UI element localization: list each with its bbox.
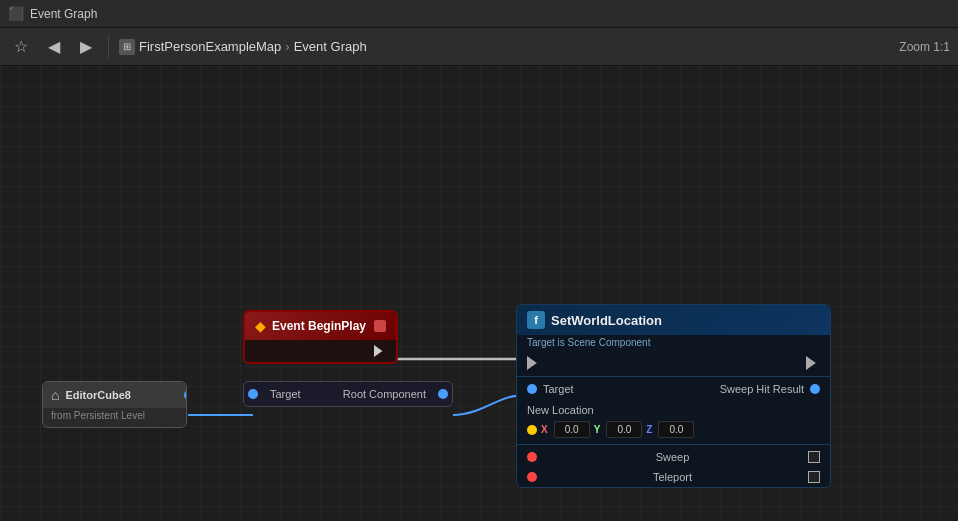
forward-button[interactable]: ▶	[74, 33, 98, 60]
event-graph-icon: ⬛	[8, 6, 24, 21]
target-left-label: Target	[270, 388, 301, 400]
swl-sweep-label: Sweep	[656, 451, 690, 463]
editorcube-output-pin[interactable]	[184, 390, 187, 400]
beginplay-indicator	[374, 320, 386, 332]
beginplay-title: Event BeginPlay	[272, 319, 366, 333]
swl-sweep-hit-pin[interactable]	[810, 384, 820, 394]
beginplay-header: ◆ Event BeginPlay	[245, 312, 396, 340]
editorcube-node[interactable]: ⌂ EditorCube8 from Persistent Level	[42, 381, 187, 428]
setworldlocation-node[interactable]: f SetWorldLocation Target is Scene Compo…	[516, 304, 831, 488]
swl-location-input-pin[interactable]	[527, 425, 537, 435]
swl-exec-out-row	[806, 356, 820, 370]
target-row: Target Root Component	[244, 382, 452, 406]
zoom-label: Zoom 1:1	[899, 40, 950, 54]
swl-target-input-pin[interactable]	[527, 384, 537, 394]
swl-teleport-input-pin[interactable]	[527, 472, 537, 482]
swl-teleport-checkbox[interactable]	[808, 471, 820, 483]
editorcube-title: EditorCube8	[65, 389, 130, 401]
title-bar: ⬛ Event Graph	[0, 0, 958, 28]
func-icon: f	[527, 311, 545, 329]
beginplay-node[interactable]: ◆ Event BeginPlay	[243, 310, 398, 364]
swl-sweep-hit-label: Sweep Hit Result	[720, 383, 804, 395]
beginplay-footer	[245, 340, 396, 362]
swl-exec-in-row	[527, 356, 541, 370]
x-label: X	[541, 424, 548, 435]
y-label: Y	[594, 424, 601, 435]
swl-xyz-inputs: X Y Z	[527, 421, 820, 438]
swl-new-location-section: New Location X Y Z	[517, 399, 830, 442]
swl-sweep-hit-right: Sweep Hit Result	[720, 383, 820, 395]
editorcube-header: ⌂ EditorCube8	[43, 382, 186, 408]
house-icon: ⌂	[51, 387, 59, 403]
swl-teleport-label: Teleport	[653, 471, 692, 483]
beginplay-exec-out	[374, 345, 386, 357]
swl-sweep-checkbox[interactable]	[808, 451, 820, 463]
swl-subtitle: Target is Scene Component	[517, 335, 830, 352]
canvas: ⌂ EditorCube8 from Persistent Level ◆ Ev…	[0, 66, 958, 521]
swl-header: f SetWorldLocation	[517, 305, 830, 335]
swl-exec-in-pin[interactable]	[527, 356, 541, 370]
map-icon: ⊞	[119, 39, 135, 55]
swl-divider2	[517, 444, 830, 445]
swl-divider1	[517, 376, 830, 377]
breadcrumb-map: FirstPersonExampleMap	[139, 39, 281, 54]
swl-title: SetWorldLocation	[551, 313, 662, 328]
y-input[interactable]	[606, 421, 642, 438]
editorcube-subtitle: from Persistent Level	[43, 408, 186, 427]
target-input-pin[interactable]	[248, 389, 258, 399]
x-input[interactable]	[554, 421, 590, 438]
target-node[interactable]: Target Root Component	[243, 381, 453, 407]
toolbar-divider	[108, 36, 109, 58]
toolbar: ☆ ◀ ▶ ⊞ FirstPersonExampleMap › Event Gr…	[0, 28, 958, 66]
z-label: Z	[646, 424, 652, 435]
title-bar-label: Event Graph	[30, 7, 97, 21]
event-diamond-icon: ◆	[255, 318, 266, 334]
swl-new-location-label: New Location	[527, 404, 594, 416]
swl-sweep-input-pin[interactable]	[527, 452, 537, 462]
swl-exec-out-pin[interactable]	[806, 356, 820, 370]
back-button[interactable]: ◀	[42, 33, 66, 60]
swl-target-label: Target	[543, 383, 574, 395]
breadcrumb: ⊞ FirstPersonExampleMap › Event Graph	[119, 39, 891, 55]
target-output-pin[interactable]	[438, 389, 448, 399]
z-input[interactable]	[658, 421, 694, 438]
swl-target-left: Target	[527, 383, 574, 395]
breadcrumb-sep: ›	[285, 39, 289, 54]
star-button[interactable]: ☆	[8, 33, 34, 60]
target-right-label: Root Component	[343, 388, 426, 400]
breadcrumb-graph: Event Graph	[294, 39, 367, 54]
